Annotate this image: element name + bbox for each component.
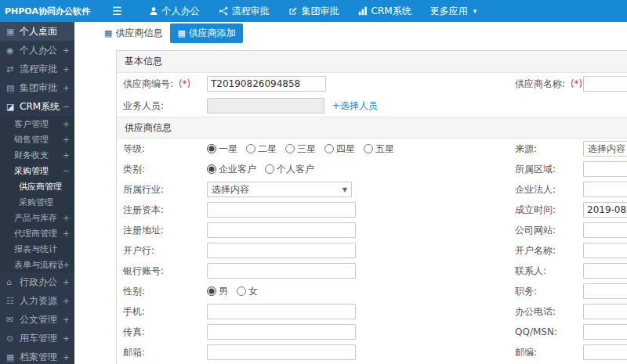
industry-select[interactable]: 选择内容 ▼ bbox=[207, 182, 352, 197]
hamburger-menu-icon[interactable]: ☰ bbox=[112, 0, 122, 22]
position-input[interactable] bbox=[583, 283, 627, 299]
supplier-no-input[interactable] bbox=[207, 76, 326, 92]
level-radio-3[interactable]: 三星 bbox=[285, 142, 316, 156]
category-radio-input[interactable] bbox=[207, 164, 216, 174]
field-label: 类别: bbox=[123, 164, 145, 175]
field-label: 企业法人: bbox=[515, 184, 556, 195]
sidebar-item-purchase-mgmt[interactable]: 采购管理 bbox=[0, 194, 74, 210]
bank-input[interactable] bbox=[207, 243, 356, 258]
sidebar-item-personal-office[interactable]: ◉ 个人办公 + bbox=[0, 41, 74, 59]
sidebar-item-product-inventory[interactable]: 产品与库存 + bbox=[0, 210, 74, 225]
tab-supplier-info[interactable]: ▦ 供应商信息 bbox=[104, 27, 162, 40]
sidebar-item-hr[interactable]: ☷ 人力资源 + bbox=[0, 291, 74, 310]
expand-plus-icon: + bbox=[63, 45, 70, 56]
nav-group-approval[interactable]: 集团审批 bbox=[279, 0, 349, 22]
nav-process-approval[interactable]: 流程审批 bbox=[209, 0, 279, 22]
mobile-input[interactable] bbox=[207, 304, 356, 319]
sidebar-item-desktop[interactable]: ▣ 个人桌面 bbox=[0, 22, 74, 41]
account-name-input[interactable] bbox=[583, 243, 627, 258]
caret-down-icon: ▾ bbox=[473, 7, 477, 15]
source-select[interactable]: 选择内容 ▼ bbox=[583, 141, 627, 157]
level-radio-input[interactable] bbox=[324, 144, 334, 153]
sidebar-item-form-flow-settings[interactable]: 表单与流程设置 + bbox=[0, 257, 74, 272]
building-icon: ⌂ bbox=[6, 277, 17, 287]
sidebar-item-sales-mgmt[interactable]: 销售管理 + bbox=[0, 132, 74, 147]
form-row: 注册地址: 公司网站: bbox=[117, 220, 627, 240]
category-radio-input[interactable] bbox=[265, 164, 274, 174]
tabbar: ▦ 供应商信息 ▦ 供应商添加 bbox=[74, 22, 627, 44]
field-label: 成立时间: bbox=[515, 204, 556, 215]
gender-radio-female[interactable]: 女 bbox=[237, 285, 258, 298]
capital-input[interactable] bbox=[207, 202, 356, 218]
sidebar-item-customer-mgmt[interactable]: 客户管理 + bbox=[0, 116, 74, 132]
form-row: 所属行业: 选择内容 ▼ 企业法人: bbox=[117, 179, 627, 200]
nav-label: CRM系统 bbox=[371, 5, 411, 18]
nav-more-apps[interactable]: 更多应用 ▾ bbox=[421, 0, 487, 22]
gender-radio-male[interactable]: 男 bbox=[207, 285, 228, 298]
contact-input[interactable] bbox=[583, 263, 627, 279]
form-row: 银行账号: 联系人: bbox=[117, 261, 627, 281]
pick-staff-link[interactable]: +选择人员 bbox=[332, 100, 378, 111]
expand-plus-icon: + bbox=[63, 150, 70, 160]
level-radio-input[interactable] bbox=[364, 144, 373, 153]
level-radio-5[interactable]: 五星 bbox=[364, 142, 394, 156]
car-icon: ⊙ bbox=[6, 333, 17, 344]
region-input[interactable] bbox=[583, 161, 627, 177]
level-radio-4[interactable]: 四星 bbox=[324, 142, 355, 156]
sidebar-item-crm-system[interactable]: ◪ CRM系统 − bbox=[0, 97, 74, 116]
level-radio-2[interactable]: 二星 bbox=[246, 142, 277, 156]
briefcase-icon: ▤ bbox=[6, 83, 17, 93]
nav-label: 集团审批 bbox=[302, 5, 339, 18]
sidebar-item-process-approval[interactable]: ⇄ 流程审批 + bbox=[0, 59, 74, 78]
archive-icon: ▦ bbox=[6, 352, 17, 362]
field-label: 职务: bbox=[515, 286, 537, 297]
level-radio-input[interactable] bbox=[207, 144, 216, 153]
required-mark: (*) bbox=[571, 78, 582, 89]
legal-person-input[interactable] bbox=[583, 182, 627, 197]
user-icon bbox=[149, 6, 158, 16]
expand-plus-icon: + bbox=[63, 229, 70, 239]
category-radio-personal[interactable]: 个人客户 bbox=[265, 163, 314, 176]
nav-personal-office[interactable]: 个人办公 bbox=[140, 0, 209, 22]
sidebar-item-document-mgmt[interactable]: ✉ 公文管理 + bbox=[0, 310, 74, 329]
field-label: 所属区域: bbox=[515, 164, 556, 175]
level-radio-input[interactable] bbox=[246, 144, 256, 153]
qq-msn-input[interactable] bbox=[583, 324, 627, 340]
form-row: 手机: 办公电话: bbox=[117, 301, 627, 322]
sidebar-item-reports[interactable]: 报表与统计 bbox=[0, 241, 74, 257]
sidebar-item-supplier-mgmt[interactable]: 供应商管理 bbox=[0, 178, 74, 194]
field-label: 所属行业: bbox=[123, 184, 164, 195]
category-radio-company[interactable]: 企业客户 bbox=[207, 163, 256, 176]
founded-input[interactable] bbox=[583, 202, 627, 218]
table-icon: ▦ bbox=[104, 28, 112, 38]
document-icon: ✉ bbox=[6, 315, 17, 325]
sidebar-item-group-approval[interactable]: ▤ 集团审批 + bbox=[0, 78, 74, 97]
reg-address-input[interactable] bbox=[207, 222, 356, 238]
app-window: PHPOA协同办公软件 ☰ 个人办公 流程审批 集团审批 bbox=[0, 0, 627, 364]
website-input[interactable] bbox=[583, 222, 627, 238]
field-label: 供应商名称: bbox=[515, 78, 565, 89]
tab-supplier-add[interactable]: ▦ 供应商添加 bbox=[170, 23, 242, 43]
collapse-minus-icon: − bbox=[63, 102, 70, 112]
form-row: 等级: 一星 二星 三星 四星 五星 来源: 选择内容 ▼ bbox=[117, 139, 627, 159]
sidebar-item-admin-office[interactable]: ⌂ 行政办公 + bbox=[0, 272, 74, 291]
sidebar-item-vehicle-mgmt[interactable]: ⊙ 用车管理 + bbox=[0, 329, 74, 348]
staff-input[interactable] bbox=[207, 98, 324, 114]
level-radio-1[interactable]: 一星 bbox=[207, 142, 237, 156]
nav-label: 个人办公 bbox=[162, 5, 200, 18]
gender-radio-input[interactable] bbox=[207, 287, 216, 296]
office-phone-input[interactable] bbox=[583, 304, 627, 319]
field-label: 开户名称: bbox=[515, 245, 556, 256]
sidebar-item-archive-mgmt[interactable]: ▦ 档案管理 + bbox=[0, 348, 74, 364]
zip-input[interactable] bbox=[583, 344, 627, 360]
sidebar-item-agent-mgmt[interactable]: 代理商管理 + bbox=[0, 225, 74, 241]
email-input[interactable] bbox=[207, 344, 356, 360]
nav-crm-system[interactable]: CRM系统 bbox=[349, 0, 421, 22]
level-radio-input[interactable] bbox=[285, 144, 295, 153]
fax-input[interactable] bbox=[207, 324, 356, 340]
bank-account-input[interactable] bbox=[207, 263, 356, 279]
gender-radio-input[interactable] bbox=[237, 287, 246, 296]
sidebar-item-purchase-mgmt-parent[interactable]: 采购管理 − bbox=[0, 163, 74, 178]
sidebar-item-finance[interactable]: 财务收支 + bbox=[0, 147, 74, 163]
supplier-name-input[interactable] bbox=[583, 76, 627, 92]
